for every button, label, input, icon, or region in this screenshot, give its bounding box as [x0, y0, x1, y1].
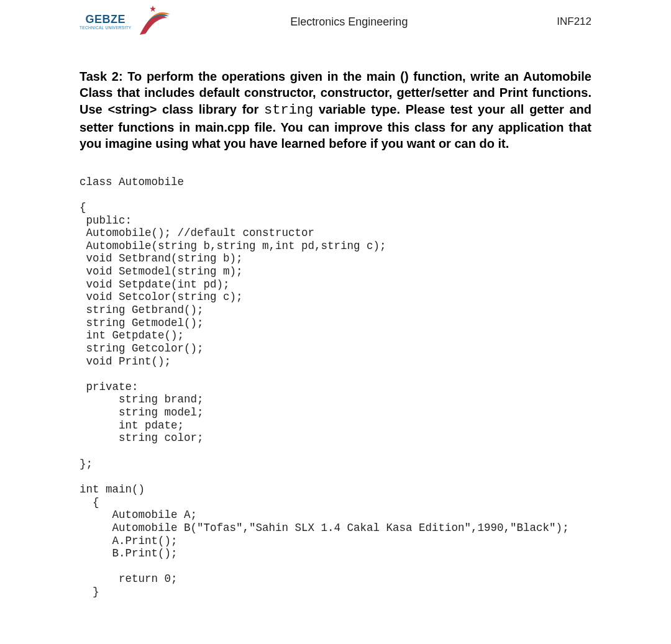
university-logo: GEBZE TECHNICAL UNIVERSITY [80, 2, 172, 41]
course-code: INF212 [557, 16, 591, 28]
logo-name: GEBZE [85, 14, 126, 25]
page-header: GEBZE TECHNICAL UNIVERSITY Electronics E… [80, 0, 591, 43]
code-listing: class Automobile { public: Automobile();… [80, 176, 591, 599]
department-title: Electronics Engineering [172, 16, 557, 29]
document-page: GEBZE TECHNICAL UNIVERSITY Electronics E… [0, 0, 671, 599]
logo-swoosh-icon [134, 2, 172, 41]
logo-text-block: GEBZE TECHNICAL UNIVERSITY [80, 14, 131, 30]
logo-subtitle: TECHNICAL UNIVERSITY [80, 26, 131, 30]
svg-marker-0 [150, 6, 156, 12]
task-description: Task 2: To perform the operations given … [80, 68, 591, 152]
inline-code-string: string [264, 102, 313, 118]
